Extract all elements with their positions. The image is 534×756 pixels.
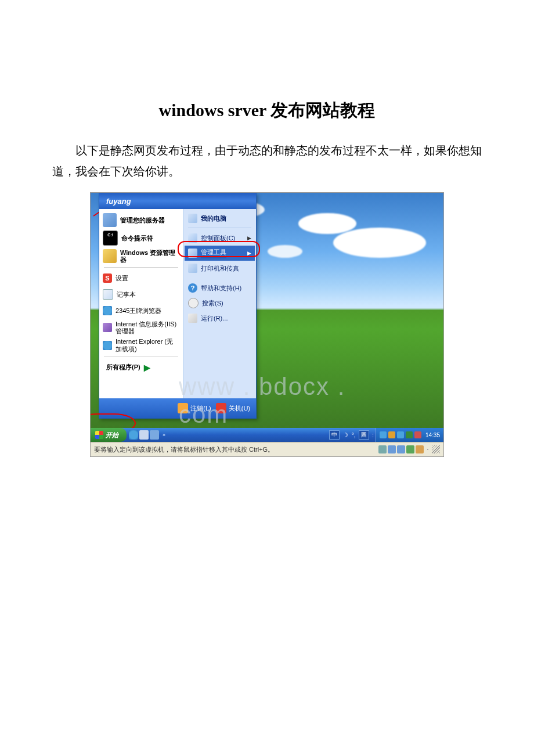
iis-icon [103,323,112,332]
search-icon [188,298,199,308]
sm-item-explorer[interactable]: Windows 资源管理器 [100,247,182,265]
sm-search[interactable]: 搜索(S) [185,296,255,311]
sm-all-programs[interactable]: 所有程序(P)▶ [100,359,182,376]
ql-chevron-icon[interactable]: » [160,432,168,438]
server-icon [103,213,117,227]
vm-statusbar: 要将输入定向到该虚拟机，请将鼠标指针移入其中或按 Ctrl+G。 [91,442,443,456]
sm-printers[interactable]: 打印机和传真 [185,261,255,276]
moon-icon: ☽ [342,431,348,439]
vm-icon[interactable] [427,449,428,450]
sm-run[interactable]: 运行(R)... [185,311,255,326]
sm-item-ie-noaddons[interactable]: Internet Explorer (无加载项) [100,336,182,354]
quick-launch: » [127,430,170,440]
start-menu-user: fuyang [99,193,256,209]
system-tray: 14:35 [376,428,443,442]
help-icon: ? [188,283,197,293]
doc-title: windows srver 发布网站教程 [52,99,482,123]
vm-status-text: 要将输入定向到该虚拟机，请将鼠标指针移入其中或按 Ctrl+G。 [94,445,375,454]
computer-icon [188,214,197,223]
sm-admin-tools[interactable]: 管理工具▶ [185,246,255,261]
taskbar-clock[interactable]: 14:35 [423,432,440,438]
sogou-icon: S [103,273,112,283]
tray-icon[interactable] [388,431,395,438]
explorer-icon [103,249,117,263]
browser-icon [103,306,112,315]
sm-item-iis[interactable]: Internet 信息服务(IIS)管理器 [100,319,182,336]
vm-device-icons [378,445,424,453]
start-button[interactable]: 开始 [91,428,127,442]
tray-icon[interactable] [406,431,413,438]
screenshot: www . bdocx . com fuyang 管理您的服务器 C:\命令提示… [90,192,444,457]
ie-icon [103,341,112,350]
shutdown-button[interactable]: 关机(U) [216,403,250,413]
logoff-icon [178,403,188,413]
ql-desktop-icon[interactable] [139,430,149,440]
sm-item-cmd[interactable]: C:\命令提示符 [100,229,182,247]
ql-app-icon[interactable] [150,430,159,440]
vm-icon[interactable] [378,445,387,453]
taskbar: 开始 » 中 ☽ °, 圖 : 14:35 [91,428,443,442]
admin-tools-icon [188,249,197,258]
vm-icon[interactable] [406,445,414,453]
sm-item-settings[interactable]: S设置 [100,270,182,286]
vm-icon[interactable] [416,445,424,453]
desktop-wallpaper: www . bdocx . com fuyang 管理您的服务器 C:\命令提示… [91,193,443,428]
notepad-icon [103,289,113,300]
start-menu-right-pane: 我的电脑 控制面板(C)▶ 管理工具▶ 打印机和传真 ?帮助和支持(H) 搜索(… [183,209,256,398]
sm-help[interactable]: ?帮助和支持(H) [185,280,255,296]
play-icon: ▶ [144,363,150,372]
sm-item-notepad[interactable]: 记事本 [100,286,182,303]
vm-icon[interactable] [388,445,396,453]
chevron-right-icon: ▶ [247,250,251,256]
windows-flag-icon [95,431,103,439]
ql-ie-icon[interactable] [129,430,138,440]
tray-icon[interactable] [414,431,421,438]
sm-control-panel[interactable]: 控制面板(C)▶ [185,231,255,246]
control-panel-icon [188,233,197,243]
printer-icon [188,264,197,273]
language-bar[interactable]: 中 ☽ °, 圖 : [329,430,376,440]
doc-intro: 以下是静态网页发布过程，由于动态的和静态的发布过程不太一样，如果你想知道，我会在… [52,140,482,182]
logoff-button[interactable]: 注销(L) [178,403,211,413]
shutdown-icon [216,403,226,413]
start-menu: fuyang 管理您的服务器 C:\命令提示符 Windows 资源管理器 S设… [99,193,257,419]
chevron-right-icon: ▶ [247,235,251,241]
sm-item-manage-server[interactable]: 管理您的服务器 [100,211,182,229]
start-menu-left-pane: 管理您的服务器 C:\命令提示符 Windows 资源管理器 S设置 记事本 2… [99,209,183,398]
vm-icon[interactable] [397,445,405,453]
tray-icon[interactable] [397,431,404,438]
cmd-icon: C:\ [103,231,118,246]
run-icon [188,314,197,323]
sm-item-2345[interactable]: 2345王牌浏览器 [100,303,182,319]
resize-grip-icon[interactable] [432,445,440,453]
tray-icon[interactable] [380,431,387,438]
sm-my-computer[interactable]: 我的电脑 [185,211,255,225]
